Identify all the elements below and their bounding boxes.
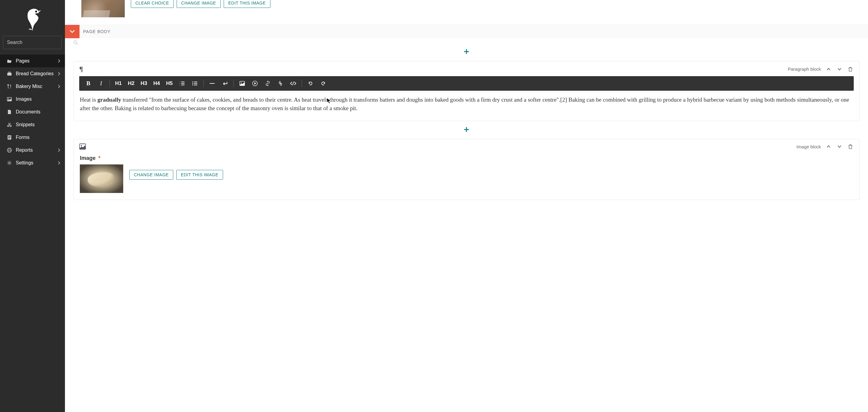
- required-mark: *: [98, 155, 100, 161]
- svg-point-16: [9, 162, 10, 164]
- move-up-button[interactable]: [825, 66, 832, 72]
- block-type-label: Paragraph block: [788, 66, 821, 72]
- add-block-button-mid[interactable]: [65, 121, 868, 139]
- move-down-button[interactable]: [836, 144, 843, 149]
- nav-label: Settings: [16, 160, 33, 166]
- nav-label: Reports: [16, 148, 33, 153]
- chevron-right-icon: [58, 148, 60, 152]
- nav-label: Bread Categories: [16, 71, 54, 76]
- change-image-button[interactable]: CHANGE IMAGE: [177, 0, 221, 8]
- image-icon: [7, 96, 12, 102]
- ul-icon: [192, 81, 197, 86]
- sidebar-item-pages[interactable]: Pages: [0, 55, 65, 67]
- svg-rect-4: [8, 72, 10, 73]
- block-type-label: Image block: [796, 144, 821, 149]
- add-block-button-top[interactable]: [65, 38, 868, 61]
- plus-icon: [463, 127, 469, 133]
- clear-choice-button[interactable]: CLEAR CHOICE: [131, 0, 174, 8]
- embed-button[interactable]: [249, 76, 261, 91]
- sidebar-item-images[interactable]: Images: [0, 93, 65, 105]
- folder-open-icon: [7, 58, 12, 64]
- svg-rect-3: [7, 73, 11, 75]
- move-down-button[interactable]: [836, 66, 843, 72]
- nav-label: Images: [16, 96, 32, 102]
- plus-icon: [463, 49, 469, 55]
- link-button[interactable]: [261, 76, 274, 91]
- chevron-right-icon: [58, 161, 60, 165]
- redo-icon: [321, 81, 326, 86]
- search-box: [3, 36, 62, 49]
- italic-button[interactable]: I: [95, 76, 107, 91]
- document-icon: [7, 109, 12, 115]
- utensils-icon: [7, 84, 12, 89]
- doc-link-icon: [278, 81, 283, 86]
- globe-icon: [7, 148, 12, 153]
- para-bold: gradually: [97, 96, 121, 103]
- nav-label: Forms: [16, 135, 29, 140]
- paragraph-content[interactable]: Heat is gradually transferred "from the …: [74, 91, 859, 121]
- main-content: CLEAR CHOICE CHANGE IMAGE EDIT THIS IMAG…: [65, 0, 868, 412]
- hr-icon: [210, 83, 215, 84]
- chevron-down-icon: [69, 30, 75, 33]
- hr-button[interactable]: [206, 76, 218, 91]
- undo-icon: [308, 81, 313, 86]
- sidebar-item-documents[interactable]: Documents: [0, 105, 65, 118]
- svg-point-34: [81, 145, 82, 146]
- trash-icon: [848, 67, 852, 72]
- ol-icon: 123: [179, 81, 185, 86]
- svg-rect-10: [8, 136, 11, 137]
- sidebar: Pages Bread Categories Bakery Misc Image…: [0, 0, 65, 412]
- toolbar-separator: [110, 80, 110, 87]
- search-input[interactable]: [3, 40, 71, 45]
- image-thumbnail: [81, 0, 125, 17]
- h5-button[interactable]: H5: [163, 76, 176, 91]
- sidebar-item-forms[interactable]: Forms: [0, 131, 65, 144]
- unordered-list-button[interactable]: [189, 76, 201, 91]
- delete-block-button[interactable]: [847, 143, 854, 150]
- h3-button[interactable]: H3: [138, 76, 150, 91]
- redo-button[interactable]: [317, 76, 329, 91]
- code-icon: [290, 81, 297, 86]
- bold-button[interactable]: B: [82, 76, 94, 91]
- para-prefix: Heat is: [80, 96, 97, 103]
- move-up-button[interactable]: [825, 144, 832, 149]
- sidebar-item-settings[interactable]: Settings: [0, 157, 65, 169]
- form-icon: [7, 135, 12, 140]
- sidebar-item-snippets[interactable]: Snippets: [0, 118, 65, 131]
- section-header: PAGE BODY: [65, 25, 868, 38]
- nav-label: Bakery Misc: [16, 84, 42, 89]
- delete-block-button[interactable]: [847, 66, 854, 73]
- suitcase-icon: [7, 71, 12, 76]
- linebreak-button[interactable]: [219, 76, 231, 91]
- h4-button[interactable]: H4: [151, 76, 163, 91]
- sidebar-item-bread-categories[interactable]: Bread Categories: [0, 67, 65, 80]
- chevron-right-icon: [58, 85, 60, 88]
- svg-point-24: [192, 83, 193, 84]
- document-link-button[interactable]: [274, 76, 286, 91]
- insert-image-button[interactable]: [236, 76, 248, 91]
- chevron-right-icon: [58, 72, 60, 75]
- section-collapse-toggle[interactable]: [65, 25, 80, 38]
- svg-rect-12: [8, 138, 10, 139]
- h2-button[interactable]: H2: [125, 76, 137, 91]
- image-block: Image block Image * CHANGE IMAGE EDIT TH…: [73, 139, 860, 200]
- image-icon: [79, 144, 86, 150]
- ordered-list-button[interactable]: 123: [176, 76, 188, 91]
- edit-image-button[interactable]: EDIT THIS IMAGE: [224, 0, 271, 8]
- sidebar-item-reports[interactable]: Reports: [0, 144, 65, 157]
- svg-point-0: [35, 11, 37, 12]
- change-image-button[interactable]: CHANGE IMAGE: [129, 170, 173, 180]
- top-image-field: CLEAR CHOICE CHANGE IMAGE EDIT THIS IMAG…: [65, 0, 868, 25]
- edit-image-button[interactable]: EDIT THIS IMAGE: [176, 170, 223, 180]
- h1-button[interactable]: H1: [112, 76, 124, 91]
- rich-text-toolbar: B I H1 H2 H3 H4 H5 123: [79, 76, 854, 91]
- undo-button[interactable]: [304, 76, 316, 91]
- snippet-icon: [7, 122, 12, 127]
- nav-label: Pages: [16, 58, 29, 64]
- image-thumbnail: [80, 164, 123, 193]
- chevron-down-icon: [837, 145, 842, 148]
- chevron-down-icon: [837, 68, 842, 71]
- sidebar-item-bakery-misc[interactable]: Bakery Misc: [0, 80, 65, 93]
- gear-icon: [7, 160, 12, 166]
- code-button[interactable]: [287, 76, 299, 91]
